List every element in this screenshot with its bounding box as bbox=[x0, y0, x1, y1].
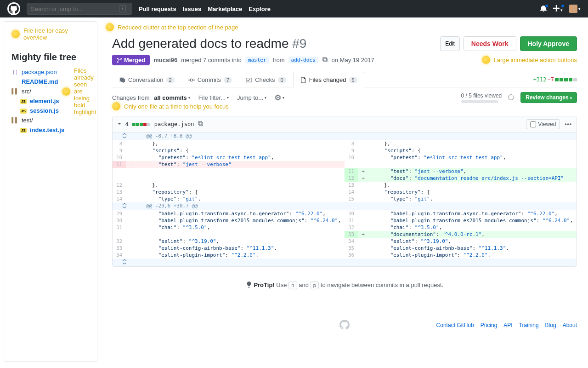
info-icon[interactable]: ⓘ bbox=[508, 93, 514, 102]
pr-date: on May 19 2017 bbox=[332, 57, 374, 63]
protip: ProTip! Use n and p to navigate between … bbox=[112, 273, 577, 297]
file-tree-sidebar: File tree for easy overview Mighty file … bbox=[4, 21, 97, 362]
search-box[interactable]: / bbox=[27, 3, 132, 15]
pr-header: Add generated docs to readme #9 Edit Nee… bbox=[112, 36, 577, 51]
jump-to-dropdown[interactable]: Jump to... ▾ bbox=[237, 94, 266, 101]
diff-line[interactable]: 14 "type": "git",15 "type": "git", bbox=[113, 196, 577, 202]
annotation-one-file: Only one file at a time to help you focu… bbox=[112, 102, 229, 110]
top-nav: / Pull requests Issues Marketplace Explo… bbox=[0, 0, 588, 17]
nav-issues[interactable]: Issues bbox=[183, 6, 201, 12]
sidebar-title: Mighty file tree bbox=[11, 52, 90, 63]
diff-line[interactable]: 13 "repository": {14 "repository": { bbox=[113, 189, 577, 196]
footer-links: Contact GitHubPricingAPITrainingBlogAbou… bbox=[436, 322, 577, 328]
key-n: n bbox=[288, 282, 297, 289]
collapse-icon[interactable] bbox=[117, 121, 122, 127]
diff-bars bbox=[132, 121, 151, 127]
diff-line[interactable]: 34 "eslint-plugin-import": "^2.2.0",36 "… bbox=[113, 252, 577, 259]
diff-line[interactable]: 9 "scripts": {9 "scripts": { bbox=[113, 147, 577, 154]
svg-rect-1 bbox=[322, 57, 326, 60]
avatar-icon bbox=[569, 5, 577, 13]
needs-work-button[interactable]: Needs Work bbox=[464, 36, 516, 51]
slash-key-hint: / bbox=[119, 5, 126, 12]
copy-path-icon[interactable] bbox=[198, 121, 204, 128]
diff-line[interactable]: 11- "test": "jest --verbose" bbox=[113, 161, 577, 168]
nav-pull-requests[interactable]: Pull requests bbox=[139, 6, 176, 12]
footer-link[interactable]: Contact GitHub bbox=[436, 322, 474, 328]
footer-link[interactable]: API bbox=[503, 322, 512, 328]
diff-line[interactable]: 11+ "test": "jest --verbose", bbox=[113, 168, 577, 175]
main-content: Reduced clutter at the top section of th… bbox=[101, 17, 588, 365]
svg-point-2 bbox=[190, 79, 192, 81]
diff-line[interactable]: 8 },8 }, bbox=[113, 140, 577, 147]
svg-rect-4 bbox=[199, 122, 203, 126]
diff-line[interactable]: 29 "babel-plugin-transform-async-to-gene… bbox=[113, 210, 577, 217]
diff-line[interactable]: 30 "babel-plugin-transform-es2015-module… bbox=[113, 217, 577, 224]
tree-item[interactable]: JSindex.test.js bbox=[11, 125, 90, 135]
footer-link[interactable]: Training bbox=[519, 322, 539, 328]
pr-author[interactable]: mucsi96 bbox=[153, 57, 177, 63]
file-filter-dropdown[interactable]: File filter... ▾ bbox=[198, 94, 229, 101]
diff-file: 4 package.json Viewed ••• @@ -8,7 +8,8 @… bbox=[112, 116, 577, 267]
footer-link[interactable]: Blog bbox=[545, 322, 556, 328]
footer-link[interactable]: About bbox=[563, 322, 577, 328]
nav-explore[interactable]: Explore bbox=[249, 6, 271, 12]
github-logo[interactable] bbox=[7, 2, 20, 15]
merged-badge: Merged bbox=[112, 55, 150, 65]
annotation-reduced-clutter: Reduced clutter at the top section of th… bbox=[106, 23, 238, 31]
files-viewed-progress: 0 / 5 files viewed bbox=[461, 92, 502, 103]
annotation-action-buttons: Large immediate action buttons bbox=[482, 56, 577, 64]
diff-line[interactable]: 33+ "documentation": "^4.0.0-rc.1", bbox=[113, 231, 577, 238]
nav-links: Pull requests Issues Marketplace Explore bbox=[139, 6, 271, 12]
footer: Contact GitHubPricingAPITrainingBlogAbou… bbox=[112, 308, 577, 336]
diff-file-header: 4 package.json Viewed ••• bbox=[113, 116, 577, 132]
annotation-files-seen: Files already seen are losing bold highl… bbox=[62, 67, 96, 115]
edit-button[interactable]: Edit bbox=[440, 36, 460, 51]
diff-line[interactable]: 10 "pretest": "eslint src test test-app"… bbox=[113, 154, 577, 161]
tab-checks[interactable]: Checks0 bbox=[239, 72, 293, 87]
diff-line[interactable]: 33 "eslint-config-airbnb-base": "^11.1.3… bbox=[113, 245, 577, 252]
expand-row[interactable] bbox=[113, 259, 577, 266]
footer-link[interactable]: Pricing bbox=[481, 322, 498, 328]
search-input[interactable] bbox=[27, 6, 119, 12]
approve-button[interactable]: Holy Approve bbox=[520, 36, 577, 51]
diff-line[interactable]: 31 "chai": "^3.5.0",32 "chai": "^3.5.0", bbox=[113, 224, 577, 231]
tab-conversation[interactable]: Conversation2 bbox=[112, 72, 181, 87]
changes-from-dropdown[interactable]: Changes from all commits ▾ bbox=[112, 94, 190, 101]
diff-line[interactable]: 32 "eslint": "^3.19.0",34 "eslint": "^3.… bbox=[113, 238, 577, 245]
diff-settings-icon[interactable]: ▾ bbox=[275, 94, 284, 101]
pr-meta: Merged mucsi96 merged 7 commits into mas… bbox=[112, 55, 577, 65]
pr-number: #9 bbox=[292, 36, 306, 51]
key-p: p bbox=[311, 282, 319, 289]
annotation-sidebar: File tree for easy overview bbox=[11, 27, 90, 41]
diff-table: @@ -8,7 +8,8 @@8 },8 },9 "scripts": {9 "… bbox=[113, 132, 577, 266]
create-new-icon[interactable]: ▾ bbox=[553, 5, 563, 13]
pr-title: Add generated docs to readme #9 bbox=[112, 36, 306, 51]
pr-tabs: Conversation2 Commits7 Checks0 Files cha… bbox=[112, 72, 577, 87]
viewed-checkbox[interactable]: Viewed bbox=[526, 119, 560, 129]
copy-icon[interactable] bbox=[322, 57, 328, 64]
svg-rect-5 bbox=[198, 121, 202, 125]
svg-rect-0 bbox=[323, 58, 327, 61]
review-changes-button[interactable]: Review changes ▾ bbox=[520, 92, 577, 103]
user-menu[interactable]: ▾ bbox=[569, 5, 581, 13]
hunk-header[interactable]: @@ -8,7 +8,8 @@ bbox=[113, 132, 577, 140]
diff-line[interactable]: 12+ "docs": "documentation readme src/in… bbox=[113, 175, 577, 182]
diff-line-count: 4 bbox=[125, 121, 129, 127]
file-menu-icon[interactable]: ••• bbox=[565, 121, 572, 127]
base-branch[interactable]: master bbox=[245, 57, 269, 63]
diff-toolbar: Changes from all commits ▾ File filter..… bbox=[112, 87, 577, 108]
diffstat: +312 −7 bbox=[533, 76, 577, 83]
diff-line[interactable]: 12 },13 }, bbox=[113, 182, 577, 189]
github-mark-icon bbox=[339, 320, 350, 331]
notifications-icon[interactable] bbox=[540, 5, 547, 13]
diff-filename[interactable]: package.json bbox=[154, 121, 194, 127]
nav-marketplace[interactable]: Marketplace bbox=[208, 6, 242, 12]
tab-files-changed[interactable]: Files changed5 bbox=[293, 72, 364, 87]
hunk-header[interactable]: @@ -29,6 +30,7 @@ bbox=[113, 202, 577, 210]
tab-commits[interactable]: Commits7 bbox=[181, 72, 239, 87]
head-branch[interactable]: add-docs bbox=[288, 57, 318, 63]
tree-item[interactable]: ▌▌test/ bbox=[11, 115, 90, 125]
